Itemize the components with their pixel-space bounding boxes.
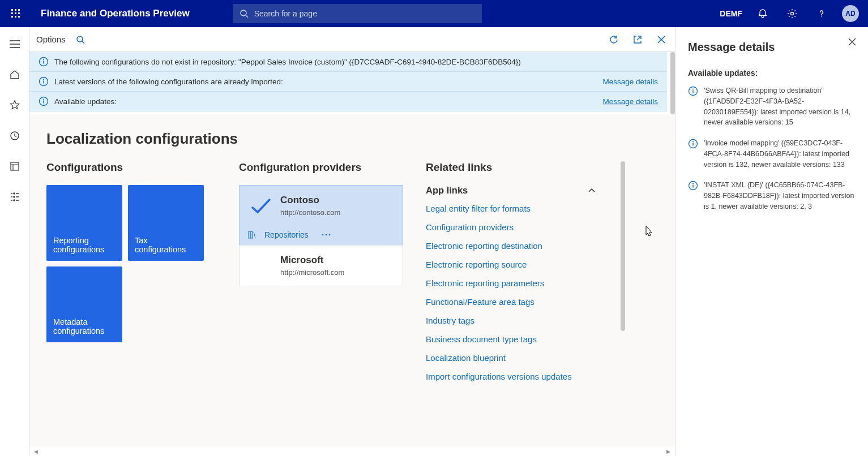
search-icon <box>240 9 249 18</box>
help-icon[interactable] <box>813 5 831 23</box>
svg-rect-39 <box>692 143 693 146</box>
modules-icon[interactable] <box>6 188 24 206</box>
configurations-section: Configurations Reporting configurations … <box>46 161 216 381</box>
provider-url: http://contoso.com <box>280 208 340 217</box>
bell-icon[interactable] <box>754 5 772 23</box>
message-item: 'Invoice model mapping' ({59EC3DC7-043F-… <box>688 138 856 170</box>
panel-close-icon[interactable] <box>845 35 859 49</box>
info-icon <box>688 86 698 96</box>
link-item[interactable]: Functional/Feature area tags <box>426 297 596 307</box>
svg-rect-3 <box>11 12 13 14</box>
popout-icon[interactable] <box>631 33 644 46</box>
gear-icon[interactable] <box>783 5 801 23</box>
info-icon <box>39 57 49 67</box>
hamburger-icon[interactable] <box>6 35 24 53</box>
repositories-link[interactable]: Repositories <box>264 230 309 239</box>
svg-rect-7 <box>15 16 16 18</box>
tile-metadata-configurations[interactable]: Metadata configurations <box>46 266 122 342</box>
svg-point-9 <box>241 10 246 16</box>
related-links-section: Related links App links Legal entity fil… <box>426 161 596 381</box>
link-item[interactable]: Business document type tags <box>426 334 596 344</box>
link-item[interactable]: Electronic reporting destination <box>426 241 596 251</box>
link-item[interactable]: Import configurations versions updates <box>426 372 596 381</box>
workspace-icon[interactable] <box>6 157 24 175</box>
svg-line-10 <box>246 15 248 18</box>
svg-point-31 <box>322 234 324 236</box>
info-icon <box>688 139 698 149</box>
svg-point-32 <box>326 234 327 236</box>
svg-rect-30 <box>251 231 253 238</box>
options-button[interactable]: Options <box>36 35 66 44</box>
provider-name: Microsoft <box>280 255 344 266</box>
link-item[interactable]: Configuration providers <box>426 222 596 232</box>
repositories-icon <box>247 230 256 239</box>
link-item[interactable]: Industry tags <box>426 316 596 325</box>
tile-tax-configurations[interactable]: Tax configurations <box>128 185 204 261</box>
svg-point-18 <box>77 36 83 42</box>
star-icon[interactable] <box>6 96 24 114</box>
company-label[interactable]: DEMF <box>720 9 742 18</box>
message-text: 'Invoice model mapping' ({59EC3DC7-043F-… <box>704 138 856 170</box>
svg-rect-29 <box>249 231 250 238</box>
svg-rect-8 <box>18 16 20 18</box>
infobar-3: Available updates: Message details <box>29 92 667 111</box>
provider-url: http://microsoft.com <box>280 268 344 277</box>
link-item[interactable]: Legal entity filter for formats <box>426 204 596 213</box>
svg-rect-5 <box>18 12 20 14</box>
infobar-text: Latest versions of the following configu… <box>54 78 283 86</box>
app-links-heading: App links <box>426 185 468 196</box>
configurations-heading: Configurations <box>46 161 216 174</box>
provider-card-contoso[interactable]: Contoso http://contoso.com Repositories <box>239 185 403 246</box>
svg-rect-36 <box>692 91 693 93</box>
info-icon <box>39 76 49 87</box>
clock-icon[interactable] <box>6 127 24 145</box>
content-scrollbar[interactable] <box>621 161 625 331</box>
horizontal-scrollbar[interactable]: ◄► <box>29 447 675 456</box>
page-title: Localization configurations <box>46 130 658 148</box>
chevron-up-icon[interactable] <box>588 188 596 193</box>
provider-card-microsoft[interactable]: Microsoft http://microsoft.com <box>239 245 403 286</box>
avatar[interactable]: AD <box>842 5 859 22</box>
svg-rect-28 <box>43 101 44 104</box>
message-details-link[interactable]: Message details <box>602 97 658 106</box>
more-icon[interactable] <box>321 233 331 236</box>
svg-rect-25 <box>43 81 44 84</box>
infobar-2: Latest versions of the following configu… <box>29 72 667 92</box>
tile-label: Metadata configurations <box>53 317 116 335</box>
svg-point-38 <box>692 141 694 143</box>
link-item[interactable]: Electronic reporting source <box>426 260 596 269</box>
page-content: Localization configurations Configuratio… <box>29 114 675 447</box>
home-icon[interactable] <box>6 66 24 84</box>
panel-title: Message details <box>688 41 856 54</box>
message-details-link[interactable]: Message details <box>602 78 658 86</box>
refresh-icon[interactable] <box>607 33 621 46</box>
svg-rect-2 <box>18 9 20 11</box>
svg-point-12 <box>821 16 822 17</box>
search-input[interactable] <box>254 9 475 18</box>
panel-subtitle: Available updates: <box>688 68 856 78</box>
close-icon[interactable] <box>655 33 668 46</box>
svg-rect-42 <box>692 185 693 188</box>
search-small-icon[interactable] <box>74 33 87 46</box>
search-box[interactable] <box>233 4 482 23</box>
svg-rect-4 <box>15 12 16 14</box>
svg-point-24 <box>43 79 44 80</box>
svg-point-27 <box>43 99 44 100</box>
infobar-1: The following configurations do not exis… <box>29 52 667 72</box>
infobar-scrollbar[interactable] <box>670 52 675 114</box>
tile-label: Tax configurations <box>135 236 197 254</box>
svg-rect-6 <box>11 16 13 18</box>
svg-rect-14 <box>11 162 19 170</box>
message-item: 'Swiss QR-Bill mapping to destination' (… <box>688 85 856 128</box>
app-header: Finance and Operations Preview DEMF AD <box>0 0 868 27</box>
tile-reporting-configurations[interactable]: Reporting configurations <box>46 185 122 261</box>
waffle-icon[interactable] <box>5 2 27 25</box>
info-icon <box>39 96 49 106</box>
link-item[interactable]: Electronic reporting parameters <box>426 278 596 288</box>
related-heading: Related links <box>426 161 596 174</box>
svg-rect-0 <box>11 9 13 11</box>
svg-point-16 <box>14 196 15 197</box>
page-toolbar: Options <box>29 27 675 52</box>
link-item[interactable]: Localization blueprint <box>426 353 596 363</box>
svg-point-17 <box>14 200 15 201</box>
